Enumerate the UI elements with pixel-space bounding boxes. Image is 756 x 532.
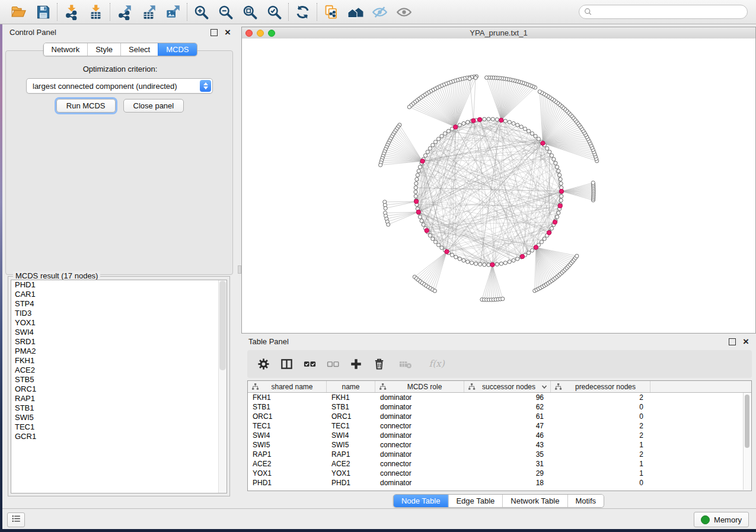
deselect-all-columns-icon[interactable] xyxy=(326,357,340,371)
table-cell[interactable]: YOX1 xyxy=(248,469,327,478)
table-cell[interactable]: RAP1 xyxy=(248,450,327,459)
table-cell[interactable]: connector xyxy=(375,469,464,478)
show-all-icon[interactable] xyxy=(396,4,412,20)
create-column-icon[interactable] xyxy=(349,357,363,371)
run-mcds-button[interactable]: Run MCDS xyxy=(56,99,116,113)
float-table-panel-icon[interactable] xyxy=(729,338,736,345)
task-history-button[interactable] xyxy=(7,512,25,527)
table-row[interactable]: RAP1RAP1dominator352 xyxy=(248,450,751,459)
table-cell[interactable]: 0 xyxy=(551,402,650,412)
mcds-result-item[interactable]: SWI5 xyxy=(11,413,227,422)
zoom-in-icon[interactable] xyxy=(193,4,209,20)
table-cell[interactable]: 61 xyxy=(464,412,551,421)
column-header-shared-name[interactable]: shared name xyxy=(248,381,327,392)
export-table-icon[interactable] xyxy=(141,4,157,20)
table-cell[interactable]: TEC1 xyxy=(248,421,327,431)
mcds-list-scrollbar[interactable] xyxy=(218,280,227,493)
table-cell[interactable]: dominator xyxy=(375,402,464,412)
table-cell[interactable]: ORC1 xyxy=(248,412,327,421)
mcds-result-item[interactable]: SRD1 xyxy=(11,337,227,347)
delete-column-icon[interactable] xyxy=(372,357,386,371)
table-cell[interactable]: 0 xyxy=(551,478,650,488)
toggle-column-view-icon[interactable] xyxy=(280,357,294,371)
table-cell[interactable]: FKH1 xyxy=(248,393,327,402)
mcds-result-item[interactable]: STP4 xyxy=(11,299,227,309)
zoom-fit-icon[interactable] xyxy=(242,4,258,20)
table-row[interactable]: PHD1PHD1dominator180 xyxy=(248,478,751,488)
table-tab-network-table[interactable]: Network Table xyxy=(502,495,567,507)
refresh-view-icon[interactable] xyxy=(295,4,311,20)
table-row[interactable]: SWI5SWI5connector431 xyxy=(248,440,751,450)
column-header-MCDS-role[interactable]: MCDS role xyxy=(375,381,464,392)
mcds-result-item[interactable]: ORC1 xyxy=(11,384,227,394)
mcds-result-item[interactable]: PHD1 xyxy=(11,280,227,290)
table-cell[interactable]: 2 xyxy=(551,431,650,440)
table-cell[interactable]: 47 xyxy=(464,421,551,431)
column-header-predecessor-nodes[interactable]: predecessor nodes xyxy=(551,381,650,392)
table-cell[interactable]: PHD1 xyxy=(248,478,327,488)
table-cell[interactable]: YOX1 xyxy=(327,469,375,478)
table-cell[interactable]: 46 xyxy=(464,431,551,440)
search-input[interactable] xyxy=(579,5,748,19)
table-row[interactable]: FKH1FKH1dominator962 xyxy=(248,393,751,402)
mcds-scrollbar-thumb[interactable] xyxy=(219,281,226,370)
optimization-criterion-dropdown[interactable]: largest connected component (undirected) xyxy=(26,78,213,94)
mcds-result-item[interactable]: ACE2 xyxy=(11,366,227,375)
close-table-panel-icon[interactable]: × xyxy=(743,339,749,345)
export-image-icon[interactable] xyxy=(165,4,181,20)
zoom-out-icon[interactable] xyxy=(218,4,234,20)
table-cell[interactable]: connector xyxy=(375,440,464,450)
table-tab-edge-table[interactable]: Edge Table xyxy=(448,495,502,507)
table-cell[interactable]: 43 xyxy=(464,440,551,450)
table-cell[interactable]: 2 xyxy=(551,393,650,402)
table-cell[interactable]: dominator xyxy=(375,393,464,402)
tab-style[interactable]: Style xyxy=(87,43,120,56)
column-header-name[interactable]: name xyxy=(327,381,375,392)
column-header-successor-nodes[interactable]: successor nodes xyxy=(464,381,551,392)
mcds-result-item[interactable]: STB5 xyxy=(11,375,227,384)
table-cell[interactable]: 18 xyxy=(464,478,551,488)
table-cell[interactable]: dominator xyxy=(375,450,464,459)
table-row[interactable]: STB1STB1dominator620 xyxy=(248,402,751,412)
table-cell[interactable]: 1 xyxy=(551,459,650,469)
table-row[interactable]: ORC1ORC1dominator610 xyxy=(248,412,751,421)
save-session-icon[interactable] xyxy=(35,4,51,20)
table-tab-motifs[interactable]: Motifs xyxy=(567,495,604,507)
table-cell[interactable]: 0 xyxy=(551,412,650,421)
mcds-result-item[interactable]: GCR1 xyxy=(11,432,227,441)
table-cell[interactable]: 1 xyxy=(551,440,650,450)
table-cell[interactable]: 29 xyxy=(464,469,551,478)
tab-select[interactable]: Select xyxy=(120,43,158,56)
close-panel-button[interactable]: Close panel xyxy=(123,99,184,113)
table-cell[interactable]: RAP1 xyxy=(327,450,375,459)
mcds-result-item[interactable]: FKH1 xyxy=(11,356,227,366)
float-panel-icon[interactable] xyxy=(210,29,218,36)
table-row[interactable]: TEC1TEC1connector472 xyxy=(248,421,751,431)
table-cell[interactable]: 2 xyxy=(551,450,650,459)
table-row[interactable]: YOX1YOX1connector291 xyxy=(248,469,751,478)
table-cell[interactable]: dominator xyxy=(375,478,464,488)
mcds-result-item[interactable]: TID3 xyxy=(11,309,227,318)
table-tab-node-table[interactable]: Node Table xyxy=(394,495,448,507)
table-settings-gear-icon[interactable] xyxy=(257,357,270,371)
table-cell[interactable]: dominator xyxy=(375,431,464,440)
close-panel-icon[interactable]: × xyxy=(225,30,231,36)
open-file-icon[interactable] xyxy=(11,4,27,20)
tab-network[interactable]: Network xyxy=(43,43,87,56)
table-cell[interactable]: 1 xyxy=(551,469,650,478)
table-row[interactable]: ACE2ACE2connector311 xyxy=(248,459,751,469)
zoom-selected-icon[interactable] xyxy=(266,4,282,20)
mcds-result-item[interactable]: CAR1 xyxy=(11,290,227,299)
mcds-result-item[interactable]: PMA2 xyxy=(11,347,227,356)
select-all-columns-icon[interactable] xyxy=(303,357,317,371)
table-cell[interactable]: SWI5 xyxy=(248,440,327,450)
copy-network-icon[interactable] xyxy=(323,4,339,20)
table-cell[interactable]: dominator xyxy=(375,412,464,421)
table-cell[interactable]: 35 xyxy=(464,450,551,459)
table-cell[interactable]: ORC1 xyxy=(327,412,375,421)
import-network-icon[interactable] xyxy=(63,4,79,20)
table-cell[interactable]: ACE2 xyxy=(248,459,327,469)
table-cell[interactable]: FKH1 xyxy=(327,393,375,402)
table-cell[interactable]: 96 xyxy=(464,393,551,402)
mcds-result-item[interactable]: YOX1 xyxy=(11,318,227,328)
